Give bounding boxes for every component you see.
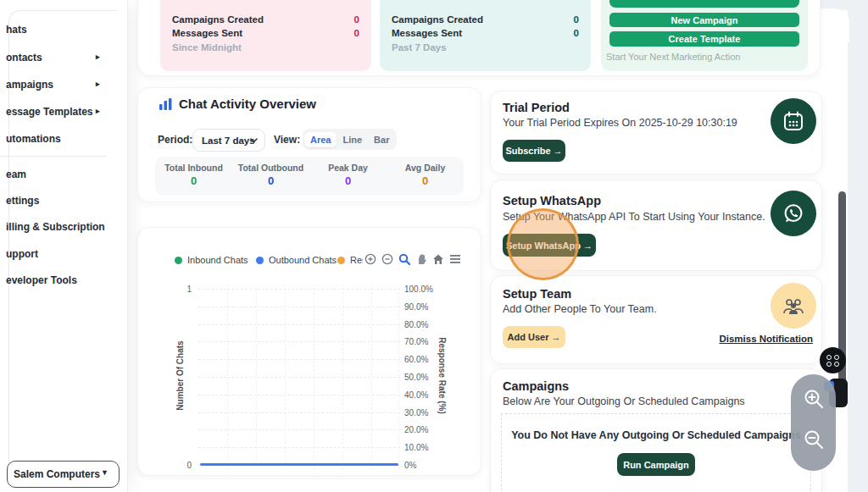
scrollbar-thumb[interactable]	[838, 191, 846, 405]
sidebar-item-label: eam	[6, 169, 26, 180]
activity-stat: Avg Daily 0	[387, 157, 464, 196]
zoom-out-icon[interactable]	[381, 252, 395, 267]
sidebar-item-label: hats	[6, 24, 27, 36]
pan-tool-icon[interactable]	[415, 252, 429, 267]
zoom-in-icon[interactable]	[364, 252, 378, 267]
run-campaign-button[interactable]: Run Campaign	[617, 453, 695, 476]
gridline-h	[198, 412, 400, 413]
activity-stat-value: 0	[232, 174, 309, 187]
bar-chart-icon	[159, 97, 173, 111]
gridline-h	[198, 395, 400, 395]
chevron-down-icon	[250, 138, 258, 143]
cutoff-action-button[interactable]	[609, 0, 799, 8]
subscribe-button[interactable]: Subscribe →	[503, 140, 565, 162]
period-dropdown[interactable]: Last 7 days	[192, 129, 265, 152]
sidebar-item-label: ettings	[6, 195, 39, 207]
sidebar-item-chats[interactable]: hats	[0, 24, 119, 37]
zoom-in-button[interactable]	[803, 388, 825, 413]
y-left-axis-title: Number Of Chats	[175, 321, 185, 431]
activity-stat: Peak Day 0	[309, 157, 387, 196]
activity-stats-strip: Total Inbound 0 Total Outbound 0 Peak Da…	[155, 157, 464, 196]
team-subtitle: Add Other People To Your Team.	[503, 303, 657, 315]
whatsapp-title: Setup WhatsApp	[503, 194, 601, 207]
gridline-v	[227, 284, 228, 470]
chat-activity-title: Chat Activity Overview	[179, 97, 316, 111]
zoom-pill	[791, 374, 836, 471]
click-highlight	[507, 208, 579, 280]
period-label: Period:	[158, 134, 192, 146]
dismiss-notification-link[interactable]: Dismiss Notification	[719, 334, 813, 344]
activity-stat: Total Outbound 0	[232, 157, 309, 196]
activity-stat-label: Total Outbound	[232, 163, 309, 173]
sidebar-item-label: eveloper Tools	[6, 274, 77, 286]
zoom-tool-icon[interactable]	[398, 252, 412, 267]
legend-label: Outbound Chats	[269, 255, 337, 265]
sidebar-divider	[0, 156, 107, 157]
sidebar-item-campaigns[interactable]: ampaigns▸	[0, 79, 119, 92]
y-right-tick: 0%	[404, 461, 416, 470]
y-right-tick: 20.0%	[404, 425, 428, 434]
sidebar-item-contacts[interactable]: ontacts▸	[0, 52, 119, 65]
legend-outbound-chats[interactable]: Outbound Chats	[256, 255, 337, 265]
stat-value: 0	[574, 28, 579, 38]
sidebar-item-support[interactable]: upport	[0, 248, 119, 262]
gridline-v	[285, 284, 286, 470]
campaigns-empty-text: You Do Not Have Any Outgoing Or Schedule…	[502, 429, 810, 441]
zoom-out-button[interactable]	[803, 428, 825, 454]
y-right-tick: 60.0%	[404, 355, 428, 364]
sidebar-item-developer-tools[interactable]: eveloper Tools	[0, 274, 119, 288]
summary-card-today: Campaigns Created0 Messages Sent0 Since …	[160, 0, 371, 71]
activity-stat-label: Total Inbound	[155, 163, 232, 173]
gridline-h	[198, 341, 400, 342]
campaigns-empty-box: You Do Not Have Any Outgoing Or Schedule…	[501, 413, 811, 492]
new-campaign-button[interactable]: New Campaign	[609, 13, 799, 27]
summary-wrapper-card: Campaigns Created0 Messages Sent0 Since …	[137, 0, 821, 76]
trial-period-card: Trial Period Your Trial Period Expires O…	[490, 91, 822, 174]
chat-activity-card: Chat Activity Overview Period: Last 7 da…	[137, 87, 481, 202]
create-template-button[interactable]: Create Template	[609, 31, 799, 47]
summary-card-actions: New Campaign Create Template Start Your …	[601, 0, 808, 71]
gridline-h	[198, 429, 400, 430]
legend-dot	[256, 257, 264, 264]
instance-selector[interactable]: Salem Computers ▼	[7, 461, 120, 488]
y-right-tick: 80.0%	[404, 320, 428, 329]
y-right-tick: 40.0%	[404, 390, 428, 400]
y-right-tick: 100.0%	[404, 285, 433, 294]
add-user-button[interactable]: Add User →	[503, 326, 565, 348]
chevron-right-icon: ▸	[96, 53, 100, 61]
sidebar-item-automations[interactable]: utomations	[0, 133, 119, 146]
trial-title: Trial Period	[503, 101, 570, 114]
sidebar-item-label: illing & Subscription	[6, 221, 105, 233]
gridline-v	[371, 284, 372, 470]
activity-stat: Total Inbound 0	[155, 157, 232, 196]
activity-stat-label: Peak Day	[309, 163, 387, 173]
campaigns-subtitle: Below Are Your Outgoing Or Scheduled Cam…	[503, 395, 745, 407]
legend-dot	[337, 257, 345, 264]
sidebar-item-billing[interactable]: illing & Subscription	[0, 221, 119, 235]
dashboard-screen: hats ontacts▸ ampaigns▸ essage Templates…	[0, 0, 868, 492]
view-option-area[interactable]: Area	[304, 132, 337, 147]
legend-inbound-chats[interactable]: Inbound Chats	[175, 255, 248, 265]
campaigns-title: Campaigns	[503, 379, 569, 393]
activity-stat-value: 0	[155, 174, 232, 187]
summary-card-week: Campaigns Created0 Messages Sent0 Past 7…	[380, 0, 591, 71]
sidebar-item-message-templates[interactable]: essage Templates▸	[0, 106, 119, 119]
stat-label: Messages Sent	[172, 28, 242, 38]
y-right-tick: 70.0%	[404, 337, 428, 346]
view-option-line[interactable]: Line	[337, 132, 368, 147]
sidebar-item-team[interactable]: eam	[0, 169, 119, 182]
actions-caption: Start Your Next Marketing Action	[606, 52, 740, 62]
calendar-icon	[771, 98, 816, 144]
apps-grid-button[interactable]	[820, 347, 846, 373]
chart-series-line	[200, 463, 398, 466]
gridline-h	[198, 359, 400, 360]
sidebar-item-label: upport	[6, 248, 38, 260]
gridline-v	[342, 284, 343, 470]
home-icon[interactable]	[431, 252, 446, 267]
menu-icon[interactable]	[448, 252, 463, 267]
view-option-bar[interactable]: Bar	[368, 132, 395, 147]
sidebar-item-settings[interactable]: ettings	[0, 195, 119, 208]
gridline-v	[314, 284, 314, 470]
stat-value: 0	[354, 28, 359, 38]
main-panel-corner	[819, 8, 849, 42]
